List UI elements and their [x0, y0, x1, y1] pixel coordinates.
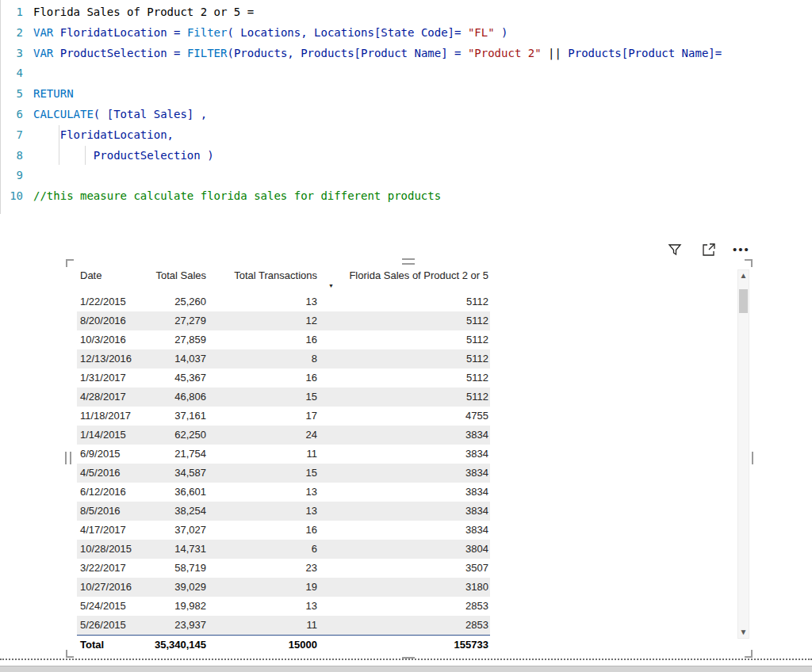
table-cell: 6	[208, 540, 319, 559]
table-row[interactable]: 6/9/201521,754113834	[77, 445, 490, 464]
more-options-icon[interactable]: •••	[733, 241, 750, 258]
line-number: 1	[1, 2, 23, 23]
table-cell: 5112	[319, 388, 490, 407]
code-line: 6CALCULATE( [Total Sales] ,	[1, 105, 812, 125]
code-line: 8 ProductSelection )	[1, 146, 812, 166]
table-cell: 13	[208, 502, 319, 521]
line-number: 6	[1, 105, 23, 125]
table-row[interactable]: 4/17/201737,027163834	[77, 521, 490, 540]
table-row[interactable]: 3/22/201758,719233507	[77, 559, 490, 578]
data-table: ▼ DateTotal SalesTotal TransactionsFlori…	[77, 267, 490, 655]
table-row[interactable]: 10/3/201627,859165112	[77, 330, 490, 349]
column-header-date[interactable]: Date	[77, 267, 143, 292]
table-row[interactable]: 8/5/201638,254133834	[77, 502, 490, 521]
table-cell: 23	[208, 559, 319, 578]
column-header-florida-sales-of-product-2-or-5[interactable]: Florida Sales of Product 2 or 5	[319, 267, 490, 292]
visual-toolbar: •••	[661, 239, 750, 260]
sort-descending-icon: ▼	[328, 282, 334, 290]
table-cell: 11/18/2017	[77, 407, 143, 426]
table-cell: 3834	[319, 483, 490, 502]
resize-handle-bottom-right[interactable]	[745, 650, 753, 658]
line-number: 5	[1, 84, 23, 105]
table-cell: 1/22/2015	[77, 292, 143, 311]
line-number: 7	[1, 125, 23, 146]
table-row[interactable]: 6/12/201636,601133834	[77, 483, 490, 502]
focus-mode-icon[interactable]	[699, 241, 717, 258]
table-row[interactable]: 1/14/201562,250243834	[77, 426, 490, 445]
table-row[interactable]: 5/24/201519,982132853	[77, 597, 490, 616]
scroll-up-icon[interactable]: ▲	[738, 270, 749, 281]
table-cell: 4/5/2016	[77, 464, 143, 483]
table-cell: 23,937	[143, 616, 208, 635]
table-row[interactable]: 5/26/201523,937112853	[77, 616, 490, 635]
table-row[interactable]: 10/28/201514,73163804	[77, 540, 490, 559]
table-cell: 1/14/2015	[77, 426, 143, 445]
table-visual[interactable]: ▼ DateTotal SalesTotal TransactionsFlori…	[68, 262, 750, 655]
code-line: 9	[1, 166, 812, 186]
table-cell: 5112	[319, 311, 490, 330]
table-row[interactable]: 12/13/201614,03785112	[77, 349, 490, 368]
table-cell: 3834	[319, 426, 490, 445]
table-cell: 38,254	[143, 502, 208, 521]
table-cell: 2853	[319, 616, 490, 635]
table-cell: 10/27/2016	[77, 578, 143, 597]
table-cell: 21,754	[143, 445, 208, 464]
code-text: RETURN	[23, 84, 74, 105]
table-cell: 3180	[319, 578, 490, 597]
table-cell: 6/9/2015	[77, 445, 143, 464]
table-cell: 39,029	[143, 578, 208, 597]
window-bottom-strip	[0, 666, 812, 672]
table-cell: 25,260	[143, 292, 208, 311]
code-text: //this measure calculate florida sales f…	[23, 186, 441, 207]
table-row[interactable]: 1/22/201525,260135112	[77, 292, 490, 311]
scroll-down-icon[interactable]: ▼	[738, 627, 749, 638]
table-cell: 6/12/2016	[77, 483, 143, 502]
resize-handle-top-center[interactable]	[402, 258, 415, 265]
table-cell: 2853	[319, 597, 490, 616]
table-cell: 15	[208, 388, 319, 407]
resize-handle-left-center[interactable]	[65, 452, 71, 464]
table-cell: 3/22/2017	[77, 559, 143, 578]
table-row[interactable]: 4/28/201746,806155112	[77, 388, 490, 407]
table-cell: 4755	[319, 407, 490, 426]
code-line: 1Florida Sales of Product 2 or 5 =	[1, 2, 812, 23]
column-header-total-sales[interactable]: Total Sales	[143, 267, 208, 292]
table-cell: 10/3/2016	[77, 330, 143, 349]
table-cell: 37,161	[143, 407, 208, 426]
table-cell: 19,982	[143, 597, 208, 616]
code-lines: 1Florida Sales of Product 2 or 5 =2VAR F…	[1, 2, 812, 207]
table-cell: 3804	[319, 540, 490, 559]
table-row[interactable]: 10/27/201639,029193180	[77, 578, 490, 597]
table-cell: 14,731	[143, 540, 208, 559]
code-text	[23, 166, 33, 186]
table-cell: 13	[208, 597, 319, 616]
scrollbar-thumb[interactable]	[739, 289, 748, 313]
table-cell: 5112	[319, 292, 490, 311]
code-line: 5RETURN	[1, 84, 812, 105]
vertical-scrollbar[interactable]: ▲ ▼	[737, 269, 749, 639]
table-cell: 24	[208, 426, 319, 445]
code-text: Florida Sales of Product 2 or 5 =	[23, 2, 254, 23]
table-cell: 46,806	[143, 388, 208, 407]
total-transactions-value: 15000	[208, 636, 319, 655]
total-sales-value: 35,340,145	[143, 636, 208, 655]
filter-icon[interactable]	[666, 241, 684, 258]
dax-formula-editor[interactable]: 1Florida Sales of Product 2 or 5 =2VAR F…	[0, 0, 812, 214]
resize-handle-top-right[interactable]	[745, 259, 753, 267]
table-row[interactable]: 8/20/201627,279125112	[77, 311, 490, 330]
resize-handle-top-left[interactable]	[66, 259, 74, 267]
indent-guide	[85, 146, 86, 165]
table-cell: 3834	[319, 445, 490, 464]
indent-guide	[59, 125, 59, 165]
table-row[interactable]: 11/18/201737,161174755	[77, 407, 490, 426]
code-text: VAR FloridatLocation = Filter( Locations…	[23, 23, 508, 44]
table-row[interactable]: 1/31/201745,367165112	[77, 368, 490, 388]
table-row[interactable]: 4/5/201634,587153834	[77, 464, 490, 483]
table-cell: 27,859	[143, 330, 208, 349]
resize-handle-bottom-left[interactable]	[66, 650, 74, 658]
column-header-total-transactions[interactable]: Total Transactions	[208, 267, 319, 292]
table-cell: 27,279	[143, 311, 208, 330]
table-cell: 8/20/2016	[77, 311, 143, 330]
code-line: 2VAR FloridatLocation = Filter( Location…	[1, 23, 812, 44]
table-cell: 3834	[319, 521, 490, 540]
